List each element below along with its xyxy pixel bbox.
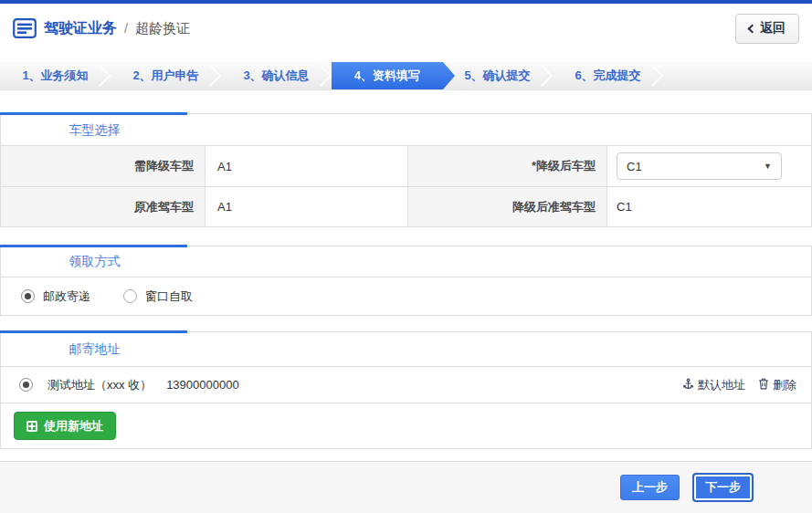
downgrade-to-select[interactable]: C1 ▼ bbox=[617, 152, 782, 180]
step-2-tab[interactable]: 2、用户申告 bbox=[111, 62, 221, 89]
footer-action-bar: 上一步 下一步 bbox=[0, 461, 812, 513]
page-title: 驾驶证业务 bbox=[44, 19, 117, 38]
pickup-section-title: 领取方式 bbox=[1, 246, 188, 277]
back-button[interactable]: 返回 bbox=[735, 14, 799, 44]
step-progress-bar: 1、业务须知 2、用户申告 3、确认信息 4、资料填写 5、确认提交 6、完成提… bbox=[0, 62, 812, 90]
downgrade-from-value: A1 bbox=[205, 146, 407, 186]
selected-value: C1 bbox=[627, 160, 764, 173]
pickup-option-window[interactable]: 窗口自取 bbox=[123, 288, 193, 305]
pickup-option-label: 邮政寄递 bbox=[43, 288, 90, 305]
pickup-option-label: 窗口自取 bbox=[145, 288, 193, 305]
step-3-tab[interactable]: 3、确认信息 bbox=[221, 62, 332, 89]
radio-button[interactable] bbox=[21, 289, 35, 303]
downgrade-from-label: 需降级车型 bbox=[1, 146, 205, 186]
vehicle-type-section: 车型选择 需降级车型 A1 *降级后车型 C1 ▼ 原准驾车型 A1 降级后准驾… bbox=[0, 113, 812, 227]
default-address-label: 默认地址 bbox=[698, 377, 745, 393]
original-class-value: A1 bbox=[205, 187, 407, 226]
delete-address-label: 删除 bbox=[773, 377, 796, 393]
anchor-icon bbox=[682, 378, 694, 393]
after-downgrade-class-label: 降级后准驾车型 bbox=[407, 187, 606, 226]
breadcrumb-separator: / bbox=[124, 21, 128, 36]
address-text: 测试地址（xxx 收） bbox=[47, 377, 152, 393]
use-new-address-label: 使用新地址 bbox=[44, 418, 103, 434]
plus-icon bbox=[26, 421, 37, 432]
next-step-button[interactable]: 下一步 bbox=[692, 473, 754, 502]
back-button-label: 返回 bbox=[760, 20, 786, 37]
delete-address-link[interactable]: 删除 bbox=[758, 377, 796, 393]
mailing-address-section: 邮寄地址 测试地址（xxx 收） 13900000000 默认地址 bbox=[0, 331, 812, 449]
radio-button[interactable] bbox=[123, 289, 137, 303]
breadcrumb-current: 超龄换证 bbox=[135, 20, 190, 37]
use-new-address-button[interactable]: 使用新地址 bbox=[14, 412, 116, 440]
step-1-tab[interactable]: 1、业务须知 bbox=[0, 62, 111, 89]
dropdown-arrow-icon: ▼ bbox=[764, 162, 772, 171]
after-downgrade-class-value: C1 bbox=[606, 187, 811, 226]
step-5-tab[interactable]: 5、确认提交 bbox=[442, 62, 553, 89]
vehicle-section-title: 车型选择 bbox=[1, 114, 188, 145]
original-class-label: 原准驾车型 bbox=[1, 187, 205, 226]
address-section-title: 邮寄地址 bbox=[1, 332, 188, 366]
trash-icon bbox=[758, 378, 769, 393]
page-header: 驾驶证业务 / 超龄换证 返回 bbox=[0, 4, 812, 53]
pickup-options-row: 邮政寄递 窗口自取 bbox=[1, 277, 811, 315]
address-phone: 13900000000 bbox=[166, 378, 239, 392]
pickup-method-section: 领取方式 邮政寄递 窗口自取 bbox=[0, 246, 812, 316]
chevron-left-icon bbox=[748, 24, 757, 33]
default-address-link[interactable]: 默认地址 bbox=[682, 377, 745, 393]
previous-step-button[interactable]: 上一步 bbox=[620, 475, 680, 500]
step-4-tab[interactable]: 4、资料填写 bbox=[332, 62, 455, 89]
pickup-option-postal[interactable]: 邮政寄递 bbox=[21, 288, 90, 305]
table-row: 原准驾车型 A1 降级后准驾车型 C1 bbox=[1, 186, 811, 226]
license-card-icon bbox=[13, 18, 37, 38]
table-row: 需降级车型 A1 *降级后车型 C1 ▼ bbox=[1, 145, 811, 186]
address-radio-button[interactable] bbox=[19, 378, 33, 392]
downgrade-to-label: *降级后车型 bbox=[407, 146, 606, 186]
new-address-row: 使用新地址 bbox=[1, 403, 811, 448]
address-list-item: 测试地址（xxx 收） 13900000000 默认地址 bbox=[1, 366, 811, 403]
step-6-tab[interactable]: 6、完成提交 bbox=[553, 62, 663, 89]
